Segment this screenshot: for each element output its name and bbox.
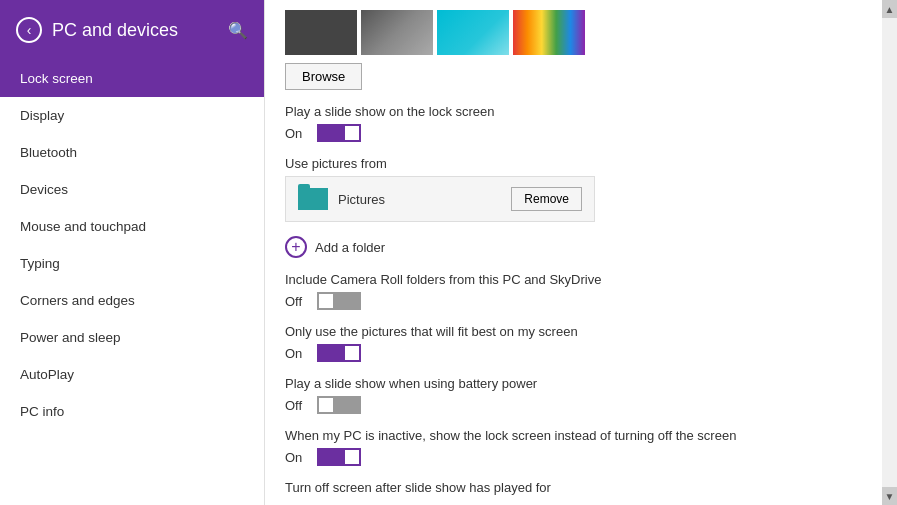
slideshow-toggle[interactable] [317,124,361,142]
battery-knob [319,398,333,412]
fit-best-label: Only use the pictures that will fit best… [285,324,877,339]
pictures-box: Pictures Remove [285,176,595,222]
thumbnails-row [285,0,877,63]
camera-roll-toggle[interactable] [317,292,361,310]
fit-best-state: On [285,346,307,361]
main-area: Browse Play a slide show on the lock scr… [265,0,897,505]
search-icon[interactable]: 🔍 [228,21,248,40]
thumbnail-2[interactable] [361,10,433,55]
scrollbar: ▲ ▼ [882,0,897,505]
sidebar-item-pc-info[interactable]: PC info [0,393,264,430]
slideshow-state: On [285,126,307,141]
pictures-box-left: Pictures [298,188,385,210]
battery-label: Play a slide show when using battery pow… [285,376,877,391]
folder-tab [298,184,310,189]
inactive-knob [345,450,359,464]
turnoff-label: Turn off screen after slide show has pla… [285,480,877,495]
inactive-state: On [285,450,307,465]
sidebar-item-bluetooth[interactable]: Bluetooth [0,134,264,171]
inactive-label: When my PC is inactive, show the lock sc… [285,428,877,443]
sidebar-item-devices[interactable]: Devices [0,171,264,208]
fit-best-knob [345,346,359,360]
slideshow-knob [345,126,359,140]
back-icon: ‹ [27,23,32,37]
nav-list: Lock screenDisplayBluetoothDevicesMouse … [0,60,264,505]
thumbnail-4[interactable] [513,10,585,55]
remove-button[interactable]: Remove [511,187,582,211]
use-pictures-setting: Use pictures from Pictures Remove [285,156,877,222]
folder-label: Pictures [338,192,385,207]
sidebar-item-corners-edges[interactable]: Corners and edges [0,282,264,319]
camera-roll-setting: Include Camera Roll folders from this PC… [285,272,877,310]
battery-state: Off [285,398,307,413]
sidebar-item-lock-screen[interactable]: Lock screen [0,60,264,97]
slideshow-setting: Play a slide show on the lock screen On [285,104,877,142]
fit-best-setting: Only use the pictures that will fit best… [285,324,877,362]
folder-icon [298,188,328,210]
scroll-down-button[interactable]: ▼ [882,487,897,505]
slideshow-toggle-row: On [285,124,877,142]
sidebar-item-typing[interactable]: Typing [0,245,264,282]
turnoff-setting: Turn off screen after slide show has pla… [285,480,877,505]
camera-roll-label: Include Camera Roll folders from this PC… [285,272,877,287]
add-folder-row[interactable]: + Add a folder [285,236,877,258]
sidebar-item-display[interactable]: Display [0,97,264,134]
camera-roll-knob [319,294,333,308]
scroll-up-button[interactable]: ▲ [882,0,897,18]
sidebar-item-power-sleep[interactable]: Power and sleep [0,319,264,356]
main-content: Browse Play a slide show on the lock scr… [265,0,897,505]
add-folder-text: Add a folder [315,240,385,255]
back-button[interactable]: ‹ [16,17,42,43]
inactive-setting: When my PC is inactive, show the lock sc… [285,428,877,466]
sidebar-item-autoplay[interactable]: AutoPlay [0,356,264,393]
use-pictures-label: Use pictures from [285,156,877,171]
add-icon: + [285,236,307,258]
camera-roll-state: Off [285,294,307,309]
battery-toggle[interactable] [317,396,361,414]
thumbnail-1[interactable] [285,10,357,55]
sidebar-header: ‹ PC and devices 🔍 [0,0,264,60]
sidebar-title: PC and devices [52,20,218,41]
fit-best-toggle[interactable] [317,344,361,362]
camera-roll-toggle-row: Off [285,292,877,310]
fit-best-toggle-row: On [285,344,877,362]
thumbnail-3[interactable] [437,10,509,55]
browse-button[interactable]: Browse [285,63,362,90]
sidebar-item-mouse-touchpad[interactable]: Mouse and touchpad [0,208,264,245]
battery-toggle-row: Off [285,396,877,414]
inactive-toggle[interactable] [317,448,361,466]
inactive-toggle-row: On [285,448,877,466]
slideshow-label: Play a slide show on the lock screen [285,104,877,119]
sidebar: ‹ PC and devices 🔍 Lock screenDisplayBlu… [0,0,265,505]
battery-setting: Play a slide show when using battery pow… [285,376,877,414]
